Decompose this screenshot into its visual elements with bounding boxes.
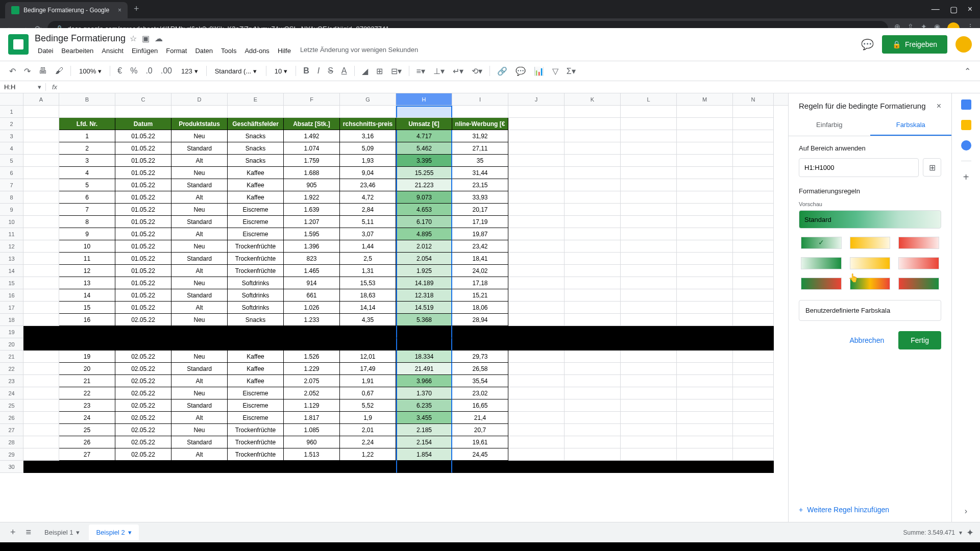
cell[interactable]: 33,93: [452, 191, 508, 204]
cell[interactable]: Alt: [172, 191, 228, 204]
row-header[interactable]: 5: [0, 155, 23, 167]
cell[interactable]: [508, 216, 565, 228]
calendar-icon[interactable]: [961, 99, 971, 110]
borders-icon[interactable]: ⊞: [373, 64, 386, 78]
row-header[interactable]: 8: [0, 191, 23, 204]
cell[interactable]: 17,18: [452, 277, 508, 289]
cell[interactable]: 02.05.22: [115, 436, 172, 448]
cell[interactable]: 01.05.22: [115, 253, 172, 265]
chart-icon[interactable]: 📊: [531, 64, 547, 78]
cell[interactable]: 9.073: [396, 191, 452, 204]
cell[interactable]: 23,46: [340, 179, 396, 191]
cell[interactable]: 19,87: [452, 228, 508, 240]
cell[interactable]: [23, 155, 59, 167]
cell[interactable]: 1.233: [284, 314, 340, 326]
cell[interactable]: 16,65: [452, 399, 508, 412]
font-size-select[interactable]: 10 ▾: [271, 65, 291, 77]
row-header[interactable]: 16: [0, 289, 23, 302]
cell[interactable]: [115, 326, 172, 338]
cell[interactable]: [23, 191, 59, 204]
cell[interactable]: 02.05.22: [115, 350, 172, 363]
cell[interactable]: 19: [59, 350, 115, 363]
cell[interactable]: 01.05.22: [115, 277, 172, 289]
cell[interactable]: 1,31: [340, 265, 396, 277]
cell[interactable]: [565, 155, 621, 167]
cell[interactable]: [508, 436, 565, 448]
cell[interactable]: [621, 461, 677, 473]
row-header[interactable]: 15: [0, 277, 23, 289]
cell[interactable]: 14.519: [396, 302, 452, 314]
cell[interactable]: 4.653: [396, 204, 452, 216]
cell[interactable]: 31,44: [452, 167, 508, 179]
row-header[interactable]: 28: [0, 436, 23, 448]
cell[interactable]: 01.05.22: [115, 216, 172, 228]
cell[interactable]: 18,06: [452, 302, 508, 314]
cell[interactable]: [733, 338, 774, 350]
cell[interactable]: [621, 228, 677, 240]
cell[interactable]: 5,11: [340, 216, 396, 228]
cell[interactable]: 914: [284, 277, 340, 289]
cell[interactable]: [565, 204, 621, 216]
cell[interactable]: [565, 326, 621, 338]
cell[interactable]: 8: [59, 216, 115, 228]
row-header[interactable]: 23: [0, 375, 23, 387]
cell[interactable]: [733, 314, 774, 326]
cell[interactable]: Softdrinks: [228, 289, 284, 302]
cell[interactable]: 24,45: [452, 448, 508, 461]
cell[interactable]: [508, 387, 565, 399]
cell[interactable]: [508, 130, 565, 142]
row-header[interactable]: 12: [0, 240, 23, 253]
cell[interactable]: [23, 387, 59, 399]
cell[interactable]: [621, 155, 677, 167]
cell[interactable]: 2.075: [284, 375, 340, 387]
add-rule-button[interactable]: + Weitere Regel hinzufügen: [789, 497, 951, 522]
cell[interactable]: 3: [59, 155, 115, 167]
cell[interactable]: 9,04: [340, 167, 396, 179]
cell[interactable]: [23, 118, 59, 130]
cell[interactable]: Standard: [172, 179, 228, 191]
tab-color-scale[interactable]: Farbskala: [870, 115, 952, 136]
row-header[interactable]: 7: [0, 179, 23, 191]
col-header-H[interactable]: H: [396, 93, 452, 105]
cell[interactable]: 1.229: [284, 363, 340, 375]
cell[interactable]: 01.05.22: [115, 240, 172, 253]
cell[interactable]: [621, 204, 677, 216]
cell[interactable]: [23, 375, 59, 387]
cell[interactable]: [228, 106, 284, 118]
cell[interactable]: 15: [59, 302, 115, 314]
cell[interactable]: [565, 302, 621, 314]
cell[interactable]: [733, 240, 774, 253]
row-header[interactable]: 29: [0, 448, 23, 461]
cell[interactable]: 01.05.22: [115, 228, 172, 240]
cell[interactable]: [621, 167, 677, 179]
cell[interactable]: Kaffee: [228, 167, 284, 179]
cell[interactable]: [228, 326, 284, 338]
cell[interactable]: 01.05.22: [115, 289, 172, 302]
cell[interactable]: 21.223: [396, 179, 452, 191]
cell[interactable]: [565, 167, 621, 179]
cell[interactable]: [621, 118, 677, 130]
cell[interactable]: Trockenfrüchte: [228, 265, 284, 277]
percent-icon[interactable]: %: [127, 64, 140, 78]
cell[interactable]: [508, 228, 565, 240]
col-header-K[interactable]: K: [565, 93, 621, 105]
cell[interactable]: [677, 118, 733, 130]
cell[interactable]: [677, 412, 733, 424]
maximize-icon[interactable]: ▢: [950, 5, 958, 14]
menu-hilfe[interactable]: Hilfe: [275, 46, 294, 56]
cell[interactable]: 2,84: [340, 204, 396, 216]
col-header-I[interactable]: I: [452, 93, 508, 105]
cell[interactable]: [677, 350, 733, 363]
cell[interactable]: [23, 142, 59, 155]
cell[interactable]: Kaffee: [228, 350, 284, 363]
cell[interactable]: Snacks: [228, 314, 284, 326]
cell[interactable]: 1.129: [284, 399, 340, 412]
menu-format[interactable]: Format: [163, 46, 190, 56]
cell[interactable]: [59, 326, 115, 338]
cell[interactable]: [733, 412, 774, 424]
cell[interactable]: [677, 179, 733, 191]
cell[interactable]: [23, 130, 59, 142]
cell[interactable]: [565, 448, 621, 461]
cell[interactable]: Alt: [172, 375, 228, 387]
cell[interactable]: 2: [59, 142, 115, 155]
